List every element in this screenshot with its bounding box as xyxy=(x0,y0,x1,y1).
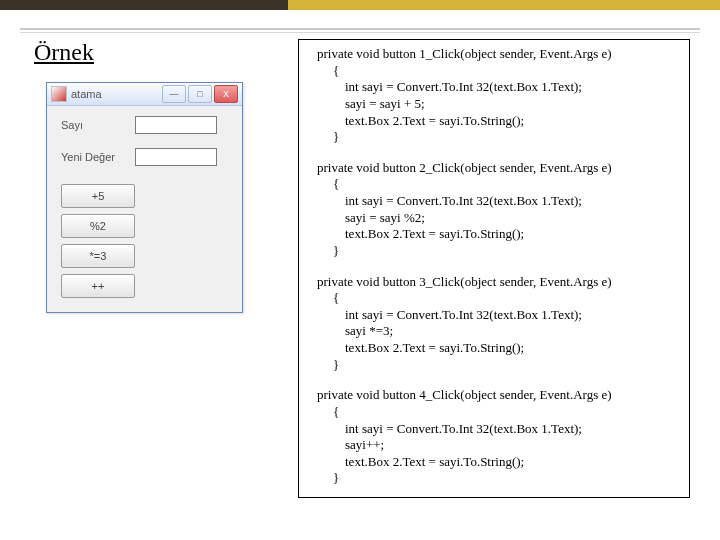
winforms-window: atama — □ X Sayı Yeni Değer +5 xyxy=(46,82,243,313)
window-titlebar: atama — □ X xyxy=(47,83,242,106)
code-line: int sayi = Convert.To.Int 32(text.Box 1.… xyxy=(309,307,679,324)
code-brace-open: { xyxy=(309,404,679,421)
code-line: text.Box 2.Text = sayi.To.String(); xyxy=(309,113,679,130)
code-brace-open: { xyxy=(309,176,679,193)
minimize-button[interactable]: — xyxy=(162,85,186,103)
window-icon xyxy=(51,86,67,102)
slide-content: Örnek atama — □ X Sayı Yeni xyxy=(0,39,720,498)
code-brace-close: } xyxy=(309,470,679,487)
code-block: private void button 2_Click(object sende… xyxy=(309,160,679,260)
label-yeni-deger: Yeni Değer xyxy=(61,151,125,163)
code-brace-open: { xyxy=(309,290,679,307)
window-title: atama xyxy=(71,88,102,100)
slide-title: Örnek xyxy=(34,39,280,66)
code-signature: private void button 3_Click(object sende… xyxy=(309,274,679,291)
code-brace-close: } xyxy=(309,129,679,146)
slide-accent-stripe xyxy=(0,0,720,10)
code-brace-close: } xyxy=(309,243,679,260)
code-line: sayi++; xyxy=(309,437,679,454)
form-row-yeni-deger: Yeni Değer xyxy=(61,148,228,166)
code-block: private void button 1_Click(object sende… xyxy=(309,46,679,146)
form-row-sayi: Sayı xyxy=(61,116,228,134)
button-stack: +5 %2 *=3 ++ xyxy=(61,184,228,298)
window-body: Sayı Yeni Değer +5 %2 *=3 ++ xyxy=(47,106,242,312)
code-block: private void button 4_Click(object sende… xyxy=(309,387,679,487)
code-panel: private void button 1_Click(object sende… xyxy=(298,39,690,498)
label-sayi: Sayı xyxy=(61,119,125,131)
code-brace-close: } xyxy=(309,357,679,374)
code-line: int sayi = Convert.To.Int 32(text.Box 1.… xyxy=(309,421,679,438)
code-line: text.Box 2.Text = sayi.To.String(); xyxy=(309,454,679,471)
code-brace-open: { xyxy=(309,63,679,80)
code-line: text.Box 2.Text = sayi.To.String(); xyxy=(309,226,679,243)
code-signature: private void button 1_Click(object sende… xyxy=(309,46,679,63)
left-column: Örnek atama — □ X Sayı Yeni xyxy=(30,39,280,313)
textbox-yeni-deger[interactable] xyxy=(135,148,217,166)
button-mod2[interactable]: %2 xyxy=(61,214,135,238)
code-signature: private void button 2_Click(object sende… xyxy=(309,160,679,177)
code-line: sayi = sayi + 5; xyxy=(309,96,679,113)
textbox-sayi[interactable] xyxy=(135,116,217,134)
code-line: int sayi = Convert.To.Int 32(text.Box 1.… xyxy=(309,79,679,96)
button-inc[interactable]: ++ xyxy=(61,274,135,298)
code-line: text.Box 2.Text = sayi.To.String(); xyxy=(309,340,679,357)
divider xyxy=(20,28,700,30)
code-line: sayi = sayi %2; xyxy=(309,210,679,227)
divider xyxy=(20,32,700,33)
code-line: sayi *=3; xyxy=(309,323,679,340)
close-button[interactable]: X xyxy=(214,85,238,103)
code-signature: private void button 4_Click(object sende… xyxy=(309,387,679,404)
code-block: private void button 3_Click(object sende… xyxy=(309,274,679,374)
code-line: int sayi = Convert.To.Int 32(text.Box 1.… xyxy=(309,193,679,210)
button-plus5[interactable]: +5 xyxy=(61,184,135,208)
maximize-button[interactable]: □ xyxy=(188,85,212,103)
button-times3[interactable]: *=3 xyxy=(61,244,135,268)
